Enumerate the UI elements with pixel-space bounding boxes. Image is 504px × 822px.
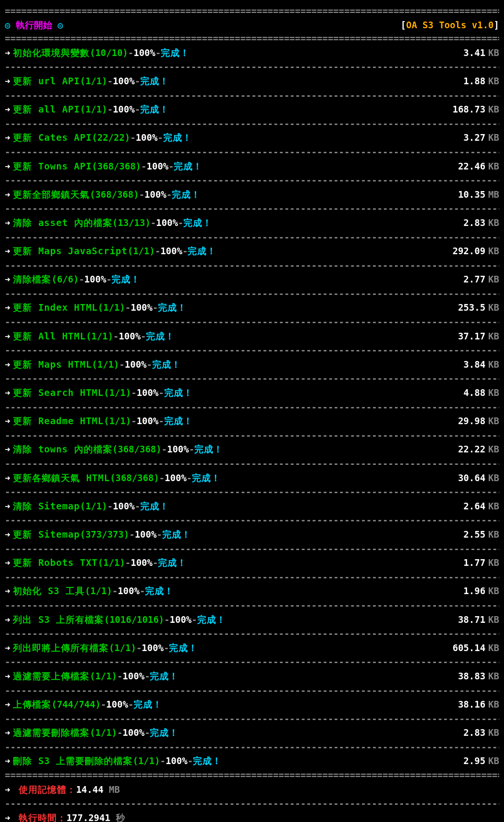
size-unit: KB (488, 331, 499, 341)
task-size: 253.5KB (458, 301, 499, 314)
divider-single: ----------------------------------------… (5, 287, 499, 300)
arrow-icon: ➜ (5, 585, 10, 597)
arrow-icon: ➜ (5, 75, 10, 88)
task-done: 完成！ (172, 188, 201, 201)
task-count: (1/1) (92, 358, 119, 371)
task-size: 38.16KB (458, 698, 499, 711)
task-name: 更新 All HTML (13, 330, 86, 343)
task-done: 完成！ (163, 131, 192, 144)
task-row: ➜清除 asset 內的檔案(13/13) - 100% - 完成！2.83KB (5, 215, 499, 231)
task-name: 更新 Maps JavaScript (13, 245, 127, 258)
task-done: 完成！ (169, 642, 198, 654)
task-row: ➜更新 all API(1/1) - 100% - 完成！168.73KB (5, 101, 499, 117)
task-pct: 100% (118, 585, 140, 597)
task-done: 完成！ (152, 358, 181, 371)
size-value: 3.84 (463, 359, 485, 370)
size-unit: KB (488, 47, 499, 58)
size-unit: KB (488, 217, 499, 228)
size-unit: KB (488, 529, 499, 540)
size-value: 605.14 (452, 642, 485, 653)
dash-sep: - (79, 273, 84, 286)
task-left: ➜更新 Index HTML(1/1) - 100% - 完成！ (5, 301, 187, 314)
memory-row: ➜ 使用記憶體：14.44 MB (5, 782, 499, 798)
size-unit: KB (488, 642, 499, 653)
task-pct: 100% (136, 386, 158, 399)
task-count: (368/368) (92, 160, 141, 173)
arrow-icon: ➜ (5, 330, 10, 343)
task-left: ➜清除 towns 內的檔案(368/368) - 100% - 完成！ (5, 443, 223, 456)
task-name: 更新 Maps HTML (13, 358, 91, 371)
divider-single: ----------------------------------------… (5, 174, 499, 187)
arrow-icon: ➜ (5, 443, 10, 456)
task-left: ➜更新 Maps JavaScript(1/1) - 100% - 完成！ (5, 245, 216, 258)
time-value: 177.2941 (67, 812, 111, 822)
task-count: (1/1) (98, 556, 125, 569)
dash-sep: - (145, 726, 150, 739)
dash-sep: - (182, 245, 188, 258)
size-value: 38.16 (458, 699, 485, 709)
task-pct: 100% (113, 500, 135, 513)
task-count: (1/1) (98, 301, 125, 314)
start-title: 執行開始 (16, 20, 52, 30)
task-count: (1/1) (90, 726, 117, 739)
task-left: ➜更新 all API(1/1) - 100% - 完成！ (5, 103, 169, 116)
divider-single: ----------------------------------------… (5, 655, 499, 668)
task-left: ➜更新各鄉鎮天氣 HTML(368/368) - 100% - 完成！ (5, 472, 221, 484)
arrow-icon: ➜ (5, 726, 10, 739)
time-unit: 秒 (110, 812, 124, 822)
arrow-icon: ➜ (5, 415, 10, 428)
task-pct: 100% (166, 754, 188, 767)
arrow-icon: ➜ (5, 46, 10, 59)
tools-version: [OA S3 Tools v1.0] (401, 19, 499, 32)
divider-single: ----------------------------------------… (5, 89, 499, 102)
size-value: 22.46 (458, 161, 485, 171)
dash-sep: - (129, 528, 134, 541)
size-unit: KB (488, 699, 499, 709)
task-name: 更新 Search HTML (13, 386, 103, 399)
task-count: (1/1) (90, 670, 117, 683)
task-row: ➜更新 All HTML(1/1) - 100% - 完成！37.17KB (5, 328, 499, 344)
divider-single: ----------------------------------------… (5, 542, 499, 555)
dash-sep: - (157, 131, 163, 144)
task-name: 清除 towns 內的檔案 (13, 443, 112, 456)
header-start-row: ◎ 執行開始 ◎ [OA S3 Tools v1.0] (5, 18, 499, 33)
dash-sep: - (146, 358, 152, 371)
dash-sep: - (157, 528, 162, 541)
size-unit: KB (488, 104, 499, 114)
task-row: ➜過濾需要上傳檔案(1/1) - 100% - 完成！38.83KB (5, 668, 499, 684)
time-label: 執行時間： (19, 812, 67, 822)
size-value: 2.55 (463, 529, 485, 540)
dash-sep: - (156, 46, 161, 59)
task-pct: 100% (165, 472, 187, 484)
arrow-icon: ➜ (5, 472, 10, 484)
size-value: 4.88 (463, 387, 485, 398)
size-value: 292.09 (452, 246, 485, 256)
task-size: 292.09KB (452, 245, 499, 258)
task-count: (1/1) (86, 330, 113, 343)
arrow-icon: ➜ (5, 642, 10, 654)
dash-sep: - (141, 330, 146, 343)
dash-sep: - (107, 103, 112, 116)
divider-single: ----------------------------------------… (5, 259, 499, 272)
task-row: ➜更新全部鄉鎮天氣(368/368) - 100% - 完成！10.35MB (5, 187, 499, 203)
divider-single: ----------------------------------------… (5, 231, 499, 244)
task-row: ➜清除 towns 內的檔案(368/368) - 100% - 完成！22.2… (5, 441, 499, 457)
task-done: 完成！ (158, 301, 187, 314)
task-row: ➜更新 url API(1/1) - 100% - 完成！1.88KB (5, 73, 499, 89)
task-name: 更新 url API (13, 75, 80, 88)
divider-single: ----------------------------------------… (5, 401, 499, 414)
task-count: (10/10) (90, 46, 128, 59)
arrow-icon: ➜ (5, 556, 10, 569)
task-name: 列出 S3 上所有檔案 (13, 613, 104, 626)
arrow-icon: ➜ (5, 131, 10, 144)
size-value: 253.5 (458, 302, 485, 313)
size-value: 1.77 (463, 557, 485, 568)
size-value: 1.88 (463, 76, 485, 86)
task-row: ➜列出 S3 上所有檔案(1016/1016) - 100% - 完成！38.7… (5, 612, 499, 628)
task-count: (1/1) (133, 754, 160, 767)
arrow-icon: ➜ (5, 812, 10, 822)
arrow-icon: ➜ (5, 613, 10, 626)
task-row: ➜更新 Readme HTML(1/1) - 100% - 完成！29.98KB (5, 413, 499, 429)
dash-sep: - (141, 160, 146, 173)
task-name: 刪除 S3 上需要刪除的檔案 (13, 754, 133, 767)
